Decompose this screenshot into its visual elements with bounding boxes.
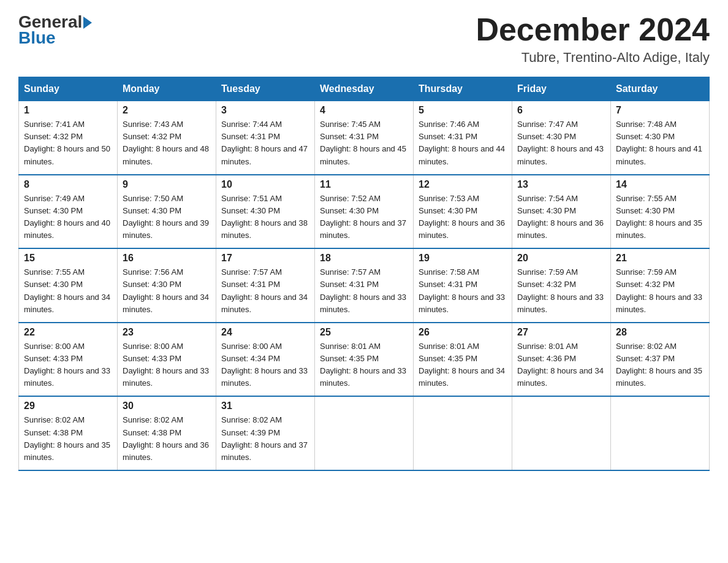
logo-arrow-icon: [83, 17, 92, 29]
day-info: Sunrise: 7:43 AMSunset: 4:32 PMDaylight:…: [123, 120, 209, 166]
calendar-week-2: 8 Sunrise: 7:49 AMSunset: 4:30 PMDayligh…: [19, 175, 710, 249]
header-day-tuesday: Tuesday: [216, 77, 315, 101]
day-number: 2: [123, 105, 211, 116]
day-number: 19: [419, 253, 507, 264]
day-info: Sunrise: 8:00 AMSunset: 4:34 PMDaylight:…: [221, 342, 308, 388]
calendar-day-23: 23 Sunrise: 8:00 AMSunset: 4:33 PMDaylig…: [118, 323, 216, 397]
day-number: 17: [221, 253, 309, 264]
day-info: Sunrise: 8:02 AMSunset: 4:38 PMDaylight:…: [24, 415, 110, 461]
calendar-day-3: 3 Sunrise: 7:44 AMSunset: 4:31 PMDayligh…: [216, 101, 315, 175]
calendar-day-19: 19 Sunrise: 7:58 AMSunset: 4:31 PMDaylig…: [414, 248, 512, 323]
day-number: 18: [320, 253, 408, 264]
day-number: 5: [419, 105, 507, 116]
day-number: 24: [221, 327, 309, 338]
calendar-day-20: 20 Sunrise: 7:59 AMSunset: 4:32 PMDaylig…: [512, 248, 611, 323]
calendar-day-22: 22 Sunrise: 8:00 AMSunset: 4:33 PMDaylig…: [19, 323, 118, 397]
day-info: Sunrise: 7:45 AMSunset: 4:31 PMDaylight:…: [320, 120, 406, 166]
day-info: Sunrise: 7:52 AMSunset: 4:30 PMDaylight:…: [320, 194, 406, 240]
day-number: 7: [616, 105, 704, 116]
empty-cell: [611, 396, 710, 470]
header-day-monday: Monday: [118, 77, 216, 101]
day-number: 30: [123, 400, 211, 412]
calendar-day-26: 26 Sunrise: 8:01 AMSunset: 4:35 PMDaylig…: [414, 323, 512, 397]
day-info: Sunrise: 8:02 AMSunset: 4:39 PMDaylight:…: [221, 415, 308, 461]
calendar-day-30: 30 Sunrise: 8:02 AMSunset: 4:38 PMDaylig…: [118, 396, 216, 470]
calendar-week-3: 15 Sunrise: 7:55 AMSunset: 4:30 PMDaylig…: [19, 248, 710, 323]
day-info: Sunrise: 7:41 AMSunset: 4:32 PMDaylight:…: [24, 120, 110, 166]
logo-blue-text: Blue: [18, 28, 56, 48]
day-number: 21: [616, 253, 704, 264]
day-number: 6: [517, 105, 605, 116]
calendar-day-31: 31 Sunrise: 8:02 AMSunset: 4:39 PMDaylig…: [216, 396, 315, 470]
day-info: Sunrise: 7:49 AMSunset: 4:30 PMDaylight:…: [24, 194, 110, 240]
day-info: Sunrise: 7:55 AMSunset: 4:30 PMDaylight:…: [616, 194, 702, 240]
calendar-title: December 2024: [476, 12, 710, 47]
calendar-header-row: SundayMondayTuesdayWednesdayThursdayFrid…: [19, 77, 710, 101]
header-day-friday: Friday: [512, 77, 611, 101]
day-number: 1: [24, 105, 112, 116]
calendar-day-7: 7 Sunrise: 7:48 AMSunset: 4:30 PMDayligh…: [611, 101, 710, 175]
day-info: Sunrise: 7:59 AMSunset: 4:32 PMDaylight:…: [616, 267, 702, 313]
day-number: 22: [24, 327, 112, 338]
day-info: Sunrise: 8:01 AMSunset: 4:36 PMDaylight:…: [517, 342, 604, 388]
day-number: 23: [123, 327, 211, 338]
header-day-sunday: Sunday: [19, 77, 118, 101]
calendar-week-4: 22 Sunrise: 8:00 AMSunset: 4:33 PMDaylig…: [19, 323, 710, 397]
calendar-day-2: 2 Sunrise: 7:43 AMSunset: 4:32 PMDayligh…: [118, 101, 216, 175]
calendar-day-28: 28 Sunrise: 8:02 AMSunset: 4:37 PMDaylig…: [611, 323, 710, 397]
day-info: Sunrise: 7:58 AMSunset: 4:31 PMDaylight:…: [419, 267, 505, 313]
day-number: 27: [517, 327, 605, 338]
day-info: Sunrise: 8:01 AMSunset: 4:35 PMDaylight:…: [320, 342, 406, 388]
empty-cell: [512, 396, 611, 470]
calendar-day-16: 16 Sunrise: 7:56 AMSunset: 4:30 PMDaylig…: [118, 248, 216, 323]
day-number: 13: [517, 179, 605, 190]
calendar-week-5: 29 Sunrise: 8:02 AMSunset: 4:38 PMDaylig…: [19, 396, 710, 470]
calendar-day-14: 14 Sunrise: 7:55 AMSunset: 4:30 PMDaylig…: [611, 175, 710, 249]
calendar-day-5: 5 Sunrise: 7:46 AMSunset: 4:31 PMDayligh…: [414, 101, 512, 175]
calendar-day-15: 15 Sunrise: 7:55 AMSunset: 4:30 PMDaylig…: [19, 248, 118, 323]
day-info: Sunrise: 8:02 AMSunset: 4:38 PMDaylight:…: [123, 415, 209, 461]
day-number: 12: [419, 179, 507, 190]
day-number: 15: [24, 253, 112, 264]
calendar-day-24: 24 Sunrise: 8:00 AMSunset: 4:34 PMDaylig…: [216, 323, 315, 397]
day-info: Sunrise: 7:47 AMSunset: 4:30 PMDaylight:…: [517, 120, 604, 166]
day-info: Sunrise: 7:50 AMSunset: 4:30 PMDaylight:…: [123, 194, 209, 240]
day-info: Sunrise: 7:44 AMSunset: 4:31 PMDaylight:…: [221, 120, 308, 166]
title-area: December 2024 Tubre, Trentino-Alto Adige…: [476, 12, 710, 66]
calendar-day-21: 21 Sunrise: 7:59 AMSunset: 4:32 PMDaylig…: [611, 248, 710, 323]
calendar-week-1: 1 Sunrise: 7:41 AMSunset: 4:32 PMDayligh…: [19, 101, 710, 175]
calendar-subtitle: Tubre, Trentino-Alto Adige, Italy: [476, 50, 710, 66]
day-info: Sunrise: 8:02 AMSunset: 4:37 PMDaylight:…: [616, 342, 702, 388]
day-number: 3: [221, 105, 309, 116]
day-info: Sunrise: 7:57 AMSunset: 4:31 PMDaylight:…: [320, 267, 406, 313]
day-number: 11: [320, 179, 408, 190]
day-number: 4: [320, 105, 408, 116]
day-number: 26: [419, 327, 507, 338]
header-day-thursday: Thursday: [414, 77, 512, 101]
day-number: 20: [517, 253, 605, 264]
day-info: Sunrise: 7:51 AMSunset: 4:30 PMDaylight:…: [221, 194, 308, 240]
logo: General Blue: [18, 12, 92, 48]
calendar-day-11: 11 Sunrise: 7:52 AMSunset: 4:30 PMDaylig…: [315, 175, 414, 249]
day-info: Sunrise: 8:00 AMSunset: 4:33 PMDaylight:…: [24, 342, 110, 388]
day-number: 31: [221, 400, 309, 412]
calendar-day-17: 17 Sunrise: 7:57 AMSunset: 4:31 PMDaylig…: [216, 248, 315, 323]
day-number: 28: [616, 327, 704, 338]
day-info: Sunrise: 7:57 AMSunset: 4:31 PMDaylight:…: [221, 267, 308, 313]
day-info: Sunrise: 8:01 AMSunset: 4:35 PMDaylight:…: [419, 342, 505, 388]
calendar-day-4: 4 Sunrise: 7:45 AMSunset: 4:31 PMDayligh…: [315, 101, 414, 175]
day-number: 10: [221, 179, 309, 190]
empty-cell: [315, 396, 414, 470]
day-info: Sunrise: 8:00 AMSunset: 4:33 PMDaylight:…: [123, 342, 209, 388]
day-info: Sunrise: 7:55 AMSunset: 4:30 PMDaylight:…: [24, 267, 110, 313]
empty-cell: [414, 396, 512, 470]
day-number: 29: [24, 400, 112, 412]
day-info: Sunrise: 7:56 AMSunset: 4:30 PMDaylight:…: [123, 267, 209, 313]
calendar-day-29: 29 Sunrise: 8:02 AMSunset: 4:38 PMDaylig…: [19, 396, 118, 470]
header-day-wednesday: Wednesday: [315, 77, 414, 101]
calendar-day-1: 1 Sunrise: 7:41 AMSunset: 4:32 PMDayligh…: [19, 101, 118, 175]
day-number: 14: [616, 179, 704, 190]
calendar-day-9: 9 Sunrise: 7:50 AMSunset: 4:30 PMDayligh…: [118, 175, 216, 249]
day-info: Sunrise: 7:48 AMSunset: 4:30 PMDaylight:…: [616, 120, 702, 166]
calendar-day-13: 13 Sunrise: 7:54 AMSunset: 4:30 PMDaylig…: [512, 175, 611, 249]
